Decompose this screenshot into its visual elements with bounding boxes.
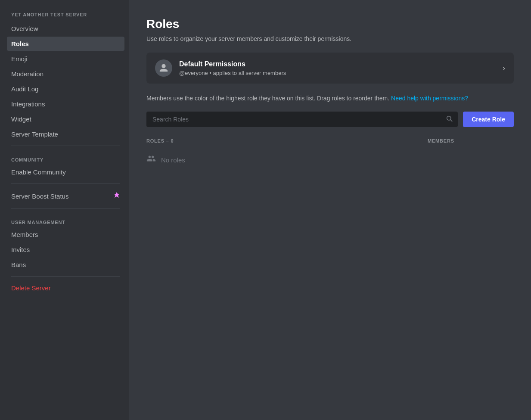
sidebar-item-label: Roles xyxy=(11,40,29,47)
sidebar-item-label: Server Template xyxy=(11,131,58,138)
permissions-help-link[interactable]: Need help with permissions? xyxy=(391,95,468,102)
sidebar-item-invites[interactable]: Invites xyxy=(7,243,124,257)
sidebar-item-label: Audit Log xyxy=(11,85,38,93)
svg-line-1 xyxy=(450,120,452,121)
sidebar-item-label: Moderation xyxy=(11,70,43,78)
section-label-community: COMMUNITY xyxy=(7,150,124,165)
sidebar-item-integrations[interactable]: Integrations xyxy=(7,97,124,111)
sidebar-item-label: Widget xyxy=(11,115,31,123)
section-label-user-management: USER MANAGEMENT xyxy=(7,213,124,227)
create-role-button[interactable]: Create Role xyxy=(463,112,514,127)
sidebar-divider-4 xyxy=(11,276,120,277)
page-title: Roles xyxy=(146,17,514,31)
sidebar-item-delete-server[interactable]: Delete Server xyxy=(7,281,124,295)
default-permissions-card[interactable]: Default Permissions @everyone • applies … xyxy=(146,53,514,84)
sidebar-divider-3 xyxy=(11,208,120,208)
sidebar-item-widget[interactable]: Widget xyxy=(7,112,124,126)
sidebar-item-label: Enable Community xyxy=(11,168,66,176)
sidebar-item-label: Overview xyxy=(11,25,38,32)
sidebar-item-emoji[interactable]: Emoji xyxy=(7,52,124,66)
sidebar-item-label: Server Boost Status xyxy=(11,193,68,200)
sidebar-item-label: Emoji xyxy=(11,55,28,62)
search-roles-input[interactable] xyxy=(146,112,458,127)
sidebar-divider-1 xyxy=(11,146,120,146)
page-subtitle: Use roles to organize your server member… xyxy=(146,35,514,42)
no-roles-row: No roles xyxy=(146,149,514,170)
no-roles-icon xyxy=(146,154,156,166)
default-permissions-title: Default Permissions xyxy=(179,60,503,68)
no-roles-text: No roles xyxy=(161,156,185,164)
sidebar-item-server-boost-status[interactable]: Server Boost Status xyxy=(7,188,124,204)
chevron-right-icon: › xyxy=(503,64,505,73)
col-members-label: MEMBERS xyxy=(428,138,514,143)
sidebar-item-audit-log[interactable]: Audit Log xyxy=(7,82,124,96)
search-create-row: Create Role xyxy=(146,112,514,127)
sidebar-item-overview[interactable]: Overview xyxy=(7,22,124,36)
sidebar-item-enable-community[interactable]: Enable Community xyxy=(7,165,124,179)
main-content: Roles Use roles to organize your server … xyxy=(129,0,531,420)
delete-server-label: Delete Server xyxy=(11,284,51,292)
sidebar-item-label: Members xyxy=(11,231,38,238)
boost-icon xyxy=(113,192,120,200)
default-permissions-icon xyxy=(155,59,172,77)
sidebar-item-members[interactable]: Members xyxy=(7,227,124,242)
helper-text: Members use the color of the highest rol… xyxy=(146,94,514,103)
default-permissions-subtitle: @everyone • applies to all server member… xyxy=(179,70,503,76)
server-name: YET ANOTHER TEST SERVER xyxy=(7,9,124,22)
search-icon xyxy=(446,115,453,124)
sidebar-item-label: Integrations xyxy=(11,100,45,108)
sidebar-item-bans[interactable]: Bans xyxy=(7,258,124,272)
sidebar-divider-2 xyxy=(11,184,120,184)
sidebar-item-moderation[interactable]: Moderation xyxy=(7,67,124,81)
default-permissions-text: Default Permissions @everyone • applies … xyxy=(179,60,503,76)
sidebar-item-roles[interactable]: Roles xyxy=(7,37,124,51)
sidebar-item-server-template[interactable]: Server Template xyxy=(7,127,124,141)
search-roles-wrapper xyxy=(146,112,458,127)
sidebar-item-label: Invites xyxy=(11,246,30,253)
sidebar: YET ANOTHER TEST SERVER Overview Roles E… xyxy=(0,0,129,420)
roles-table-header: ROLES – 0 MEMBERS xyxy=(146,136,514,146)
sidebar-item-label: Bans xyxy=(11,261,26,268)
col-roles-label: ROLES – 0 xyxy=(146,138,428,143)
